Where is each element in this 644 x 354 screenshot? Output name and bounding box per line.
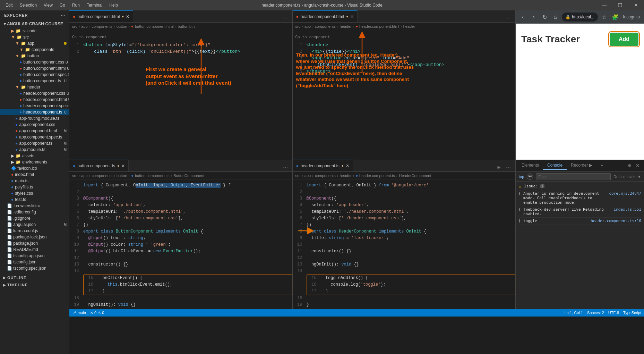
code-editor-br[interactable]: 1import { Component, OnInit } from '@ang… <box>293 179 516 309</box>
code-line: 5 templateUrl: './button.component.html'… <box>69 209 292 215</box>
sidebar-file-package-lock[interactable]: 📄 package-lock.json <box>0 234 69 240</box>
sidebar-file-app-spec[interactable]: ● app.component.spec.ts <box>0 134 69 140</box>
console-toggle-link[interactable]: header.component.ts:16 <box>591 219 641 223</box>
sidebar-file-app-routing[interactable]: ● app-routing.module.ts <box>0 115 69 121</box>
bookmark-button[interactable]: ☆ <box>600 12 609 22</box>
more-actions-br[interactable]: ⋯ <box>504 163 513 171</box>
sidebar-file-readme[interactable]: 📄 README.md <box>0 246 69 253</box>
menu-selection[interactable]: Selection <box>17 2 40 8</box>
console-angular-info: ℹ Angular is running in development mode… <box>519 190 641 206</box>
tab-button-ts[interactable]: ● button.component.ts ● ✕ <box>69 160 129 171</box>
menu-view[interactable]: View <box>41 2 55 8</box>
console-webpack-link[interactable]: index.js:551 <box>614 207 641 212</box>
tab-button-html[interactable]: ● button.component.html ● ✕ <box>69 10 133 22</box>
tab-more[interactable]: » <box>596 161 607 170</box>
sidebar-file-gitignore[interactable]: 📄 .gitignore <box>0 215 69 221</box>
bc4-icon: ● <box>355 174 358 178</box>
tab-header-html[interactable]: ● header.component.html ● ✕ <box>293 10 358 22</box>
tab-console[interactable]: Console <box>543 161 567 170</box>
sidebar-file-tsconfig[interactable]: 📄 tsconfig.json <box>0 259 69 265</box>
code-editor-top-right[interactable]: Go to component 1 <header> 2 <h1>{{title… <box>293 30 516 160</box>
sidebar-item-header[interactable]: ▼ 📁 header <box>0 84 69 90</box>
top-dropdown[interactable]: top <box>519 175 524 179</box>
menu-run[interactable]: Run <box>69 2 83 8</box>
close-tab-header-html[interactable]: ✕ <box>350 14 354 19</box>
minimize-button[interactable]: — <box>596 0 612 10</box>
menu-terminal[interactable]: Terminal <box>84 2 105 8</box>
reload-button[interactable]: ↻ <box>540 12 549 22</box>
tab-header-ts[interactable]: ● header.component.ts ● ✕ <box>293 160 353 171</box>
devtools-close[interactable]: ✕ <box>634 162 641 169</box>
bc-button: button <box>117 24 127 28</box>
status-branch: ⎇ main <box>72 311 86 315</box>
tab-elements[interactable]: Elements <box>517 161 543 170</box>
forward-button[interactable]: › <box>529 12 538 22</box>
sidebar-file-header-html[interactable]: ● header.component.html U <box>0 96 69 103</box>
more-actions-bl[interactable]: ⋯ <box>281 163 290 171</box>
sidebar-file-tsconfig-app[interactable]: 📄 tsconfig.app.json <box>0 253 69 259</box>
timeline-section[interactable]: ▶ TIMELINE <box>0 281 69 289</box>
sidebar-item-src[interactable]: ▼ 📁 src <box>0 34 69 40</box>
sidebar-file-button-ts[interactable]: ● button.component.ts U <box>0 78 69 84</box>
sidebar-file-app-ts[interactable]: ● app.component.ts M <box>0 140 69 146</box>
extensions-button[interactable]: 🧩 <box>611 12 619 22</box>
sidebar-item-components[interactable]: ▼ 📁 components <box>0 47 69 53</box>
split-icon[interactable]: ⊞ <box>495 163 503 171</box>
close-button[interactable]: ✕ <box>628 0 644 10</box>
sidebar-file-tsconfig-spec[interactable]: 📄 tsconfig.spec.json <box>0 265 69 271</box>
menu-edit[interactable]: Edit <box>3 2 16 8</box>
menu-go[interactable]: Go <box>57 2 68 8</box>
sidebar-file-button-css[interactable]: ● button.component.css U <box>0 59 69 65</box>
devtools-settings[interactable]: ⚙ <box>626 162 633 169</box>
default-levels[interactable]: Default levels ▼ <box>613 175 641 179</box>
sidebar-file-header-spec[interactable]: ● header.component.spec.ts U <box>0 103 69 109</box>
filter-input[interactable] <box>536 173 611 180</box>
add-button[interactable]: Add <box>610 33 638 46</box>
code-editor-bl[interactable]: 1import { Component, OnInit, Input, Outp… <box>69 179 292 309</box>
sidebar-item-environments[interactable]: ▶ 📁 environments <box>0 159 69 165</box>
sidebar-file-index-html[interactable]: ● index.html <box>0 171 69 178</box>
close-tab-button-ts[interactable]: ✕ <box>121 163 125 168</box>
home-button[interactable]: ⌂ <box>551 12 560 22</box>
sidebar-file-editorconfig[interactable]: 📄 .editorconfig <box>0 209 69 215</box>
sidebar-item-button[interactable]: ▼ 📁 button <box>0 53 69 59</box>
window-controls[interactable]: — ❐ ✕ <box>596 0 644 10</box>
console-angular-link[interactable]: core.mjs:24847 <box>609 191 641 196</box>
menu-items[interactable]: Edit Selection View Go Run Terminal Help <box>3 2 121 8</box>
back-button[interactable]: ‹ <box>518 12 527 22</box>
split-editor-action[interactable]: ⋯ <box>281 14 290 22</box>
sidebar-file-angular-json[interactable]: 📄 angular.json M <box>0 221 69 228</box>
close-tab-button[interactable]: ✕ <box>126 14 129 19</box>
sidebar-actions[interactable]: ··· <box>61 13 65 17</box>
tab-recorder[interactable]: Recorder ▶ <box>567 161 596 170</box>
sidebar-item-vscode[interactable]: ▶ 📁 .vscode <box>0 28 69 34</box>
project-header[interactable]: ▼ ANGULAR-CRASH-COURSE <box>0 20 69 28</box>
sidebar-file-main-ts[interactable]: ● main.ts <box>0 178 69 184</box>
code-editor-top-left[interactable]: Go to component 1 <button [ngStyle]="{'b… <box>69 30 292 160</box>
address-bar[interactable]: 🔒 http://local... <box>562 12 598 22</box>
sidebar-file-app-html[interactable]: ● app.component.html M <box>0 128 69 134</box>
sidebar-file-button-spec[interactable]: ● button.component.spec.ts U <box>0 71 69 78</box>
maximize-button[interactable]: ❐ <box>612 0 628 10</box>
sidebar-file-package[interactable]: 📄 package.json <box>0 240 69 246</box>
sidebar-file-header-ts[interactable]: ● header.component.ts U <box>0 109 69 115</box>
more-actions-2[interactable]: ⋯ <box>504 14 513 22</box>
sidebar-item-app[interactable]: ▼ 📁 app <box>0 40 69 47</box>
menu-help[interactable]: Help <box>106 2 121 8</box>
sidebar-file-favicon[interactable]: 🔷 favicon.ico <box>0 165 69 171</box>
eye-button[interactable]: 👁 <box>527 174 533 180</box>
sidebar-item-assets[interactable]: ▶ 📁 assets <box>0 153 69 159</box>
sidebar-file-styles-css[interactable]: ● styles.css <box>0 190 69 196</box>
code-line: 1import { Component, OnInit } from '@ang… <box>293 182 516 189</box>
outline-section[interactable]: ▶ OUTLINE <box>0 274 69 281</box>
sidebar-file-karma[interactable]: 📄 karma.conf.js <box>0 228 69 234</box>
sidebar-file-browserslist[interactable]: 📄 .browserslistrc <box>0 203 69 209</box>
warning-icon: ⚠ <box>519 184 521 189</box>
sidebar-file-app-module[interactable]: ● app.module.ts M <box>0 146 69 153</box>
sidebar-file-header-css[interactable]: ● header.component.css U <box>0 90 69 96</box>
sidebar-file-polyfills[interactable]: ● polyfills.ts <box>0 184 69 190</box>
sidebar-file-button-html[interactable]: ● button.component.html U <box>0 65 69 71</box>
close-tab-header-ts[interactable]: ✕ <box>346 163 349 168</box>
sidebar-file-test-ts[interactable]: ● test.ts <box>0 196 69 203</box>
sidebar-file-app-css[interactable]: ● app.component.css <box>0 121 69 128</box>
